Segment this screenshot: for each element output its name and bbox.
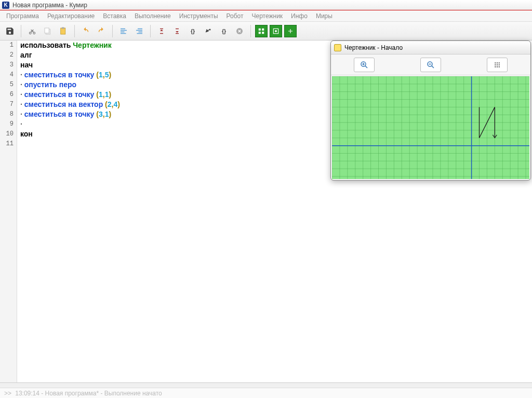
menu-чертежник[interactable]: Чертежник (249, 11, 286, 21)
copy-button[interactable] (41, 24, 55, 38)
paste-button[interactable] (57, 24, 70, 38)
horizontal-scrollbar[interactable] (0, 382, 532, 388)
line-number: 2 (0, 50, 17, 60)
svg-rect-5 (62, 27, 64, 29)
svg-point-26 (499, 66, 500, 67)
line-number: 6 (0, 90, 17, 100)
status-bar: >> 13:09:14 - Новая программа* - Выполне… (0, 388, 532, 398)
svg-point-20 (499, 62, 500, 63)
svg-point-23 (499, 64, 500, 65)
line-number: 4 (0, 70, 17, 80)
window-titlebar: K Новая программа - Кумир (0, 0, 532, 10)
grid-options-button[interactable] (487, 58, 508, 72)
menu-вставка[interactable]: Вставка (100, 11, 129, 21)
drafter-toolbar (331, 54, 530, 75)
braces-1-button[interactable]: {} (186, 24, 200, 38)
svg-rect-11 (262, 28, 264, 30)
line-number: 9 (0, 119, 17, 129)
drafter-window[interactable]: Чертежник - Начало (330, 40, 531, 181)
svg-point-25 (497, 66, 498, 67)
svg-text:{}: {} (191, 28, 195, 34)
svg-rect-13 (262, 32, 264, 34)
window-title: Новая программа - Кумир (12, 2, 87, 9)
menu-выполнение[interactable]: Выполнение (131, 11, 174, 21)
svg-point-7 (209, 29, 211, 30)
format-left-button[interactable] (117, 24, 130, 38)
svg-rect-4 (61, 28, 65, 34)
cut-button[interactable] (25, 24, 39, 38)
drafter-icon (334, 44, 341, 51)
format-right-button[interactable] (132, 24, 146, 38)
menu-миры[interactable]: Миры (313, 11, 336, 21)
status-text: 13:09:14 - Новая программа* - Выполнение… (15, 390, 162, 397)
line-number: 10 (0, 129, 17, 139)
svg-rect-3 (45, 28, 49, 33)
main-toolbar: {} {} (0, 22, 532, 40)
stop-button[interactable] (233, 24, 246, 38)
svg-rect-15 (275, 30, 277, 32)
menu-редактирование[interactable]: Редактирование (44, 11, 98, 21)
svg-rect-10 (259, 28, 261, 30)
drafter-canvas[interactable] (332, 76, 529, 179)
svg-point-0 (29, 32, 31, 34)
menu-робот[interactable]: Робот (223, 11, 247, 21)
run-step-in-button[interactable] (170, 24, 184, 38)
run-step-out-button[interactable] (155, 24, 168, 38)
line-number: 11 (0, 139, 17, 149)
braces-2-button[interactable]: {} (217, 24, 231, 38)
zoom-in-button[interactable] (354, 58, 375, 72)
drafter-titlebar[interactable]: Чертежник - Начало (331, 41, 530, 54)
svg-point-18 (495, 62, 496, 63)
menu-программа[interactable]: Программа (3, 11, 42, 21)
run-play-button[interactable] (202, 24, 215, 38)
svg-point-22 (497, 64, 498, 65)
menu-инфо[interactable]: Инфо (288, 11, 311, 21)
menu-инструменты[interactable]: Инструменты (176, 11, 221, 21)
drafter-title-text: Чертежник - Начало (344, 44, 403, 51)
svg-point-1 (33, 32, 35, 34)
line-gutter: 1234567891011 (0, 40, 17, 383)
svg-point-19 (497, 62, 498, 63)
line-number: 3 (0, 60, 17, 70)
add-view-button[interactable] (284, 25, 297, 37)
menubar: ПрограммаРедактированиеВставкаВыполнение… (0, 10, 532, 22)
save-button[interactable] (3, 24, 17, 38)
grid-view-button[interactable] (255, 25, 268, 37)
svg-rect-12 (259, 32, 261, 34)
field-view-button[interactable] (270, 25, 282, 37)
svg-point-21 (495, 64, 496, 65)
svg-point-24 (495, 66, 496, 67)
svg-text:{}: {} (222, 28, 226, 34)
line-number: 8 (0, 109, 17, 119)
app-icon: K (2, 2, 9, 9)
zoom-out-button[interactable] (420, 58, 441, 72)
line-number: 1 (0, 40, 17, 50)
status-prompt: >> (4, 390, 11, 397)
line-number: 5 (0, 80, 17, 90)
line-number: 7 (0, 100, 17, 109)
undo-button[interactable] (79, 24, 92, 38)
redo-button[interactable] (95, 24, 108, 38)
